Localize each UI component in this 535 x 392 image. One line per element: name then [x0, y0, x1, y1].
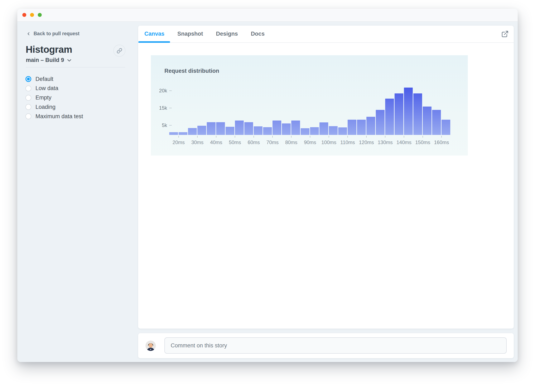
histogram-bar-15ms [169, 132, 178, 135]
tabs: CanvasSnapshotDesignsDocs [144, 26, 278, 42]
histogram-bar-105ms [338, 127, 347, 135]
histogram-bar-130ms [385, 99, 394, 135]
x-axis-tick-mark [347, 136, 348, 138]
x-axis-tick-label: 160ms [432, 140, 451, 145]
histogram-bar-100ms [329, 126, 338, 135]
build-selector[interactable]: main – Build 9 [26, 57, 72, 63]
x-axis-tick-mark [385, 136, 385, 138]
histogram-bar-30ms [197, 126, 206, 135]
y-axis-tick-label: 20k [151, 88, 167, 94]
x-axis-tick-label: 150ms [413, 140, 432, 145]
x-axis-tick-label: 110ms [338, 140, 357, 145]
tab-docs[interactable]: Docs [251, 31, 265, 37]
variant-radio-maximum-data-test[interactable]: Maximum data test [25, 113, 83, 120]
tab-canvas[interactable]: Canvas [144, 31, 164, 37]
user-avatar [145, 341, 156, 351]
histogram-bar-35ms [207, 122, 216, 135]
x-axis-tick-label: 140ms [395, 140, 413, 145]
chevron-left-icon [27, 31, 31, 36]
histogram-bar-60ms [254, 126, 262, 135]
histogram-bar-120ms [366, 117, 375, 135]
avatar-image [145, 341, 156, 351]
tab-snapshot[interactable]: Snapshot [177, 31, 203, 37]
x-axis-tick-label: 50ms [226, 140, 244, 145]
sidebar-divider [26, 67, 125, 68]
x-axis-tick-mark [272, 136, 273, 138]
radio-unselected-icon[interactable] [25, 104, 31, 110]
back-link-label: Back to pull request [33, 31, 80, 37]
variant-radio-label: Default [35, 76, 53, 82]
chevron-down-icon [66, 58, 72, 63]
y-axis-tick-label: 5k [151, 122, 167, 128]
link-icon [117, 48, 122, 54]
radio-unselected-icon[interactable] [25, 95, 31, 101]
histogram-bar-65ms [263, 127, 272, 135]
histogram-bar-155ms [432, 110, 441, 135]
histogram-bar-115ms [357, 120, 366, 135]
variant-radio-label: Maximum data test [35, 113, 83, 120]
x-axis-tick-label: 100ms [319, 140, 338, 145]
x-axis-tick-mark [291, 136, 292, 138]
x-axis-tick-mark [366, 136, 367, 138]
minimize-window-button[interactable] [30, 13, 34, 17]
x-axis-tick-label: 130ms [376, 140, 395, 145]
variant-radio-empty[interactable]: Empty [25, 95, 52, 101]
histogram-bar-145ms [413, 93, 422, 135]
histogram-chart: Request distribution 20k15k5k20ms30ms40m… [151, 55, 468, 156]
app-window: Back to pull request Histogram main – Bu… [17, 9, 518, 362]
variant-radio-label: Empty [35, 94, 52, 101]
tab-designs[interactable]: Designs [216, 31, 238, 37]
variant-radio-label: Loading [35, 104, 56, 110]
x-axis-tick-label: 70ms [263, 140, 282, 145]
comment-input[interactable] [164, 337, 507, 354]
back-to-pull-request-link[interactable]: Back to pull request [27, 31, 80, 37]
open-in-new-window-button[interactable] [501, 30, 509, 38]
story-title: Histogram [26, 44, 72, 55]
histogram-bar-45ms [226, 127, 234, 135]
histogram-bar-160ms [441, 120, 450, 135]
y-axis-tick-mark [169, 125, 172, 126]
copy-link-button[interactable] [113, 45, 125, 57]
x-axis-tick-mark [235, 136, 235, 138]
x-axis-tick-mark [329, 136, 329, 138]
histogram-bar-125ms [376, 110, 384, 135]
active-tab-underline [138, 41, 170, 43]
x-axis-tick-mark [197, 136, 198, 138]
y-axis-tick-mark [169, 90, 172, 91]
zoom-window-button[interactable] [38, 13, 42, 17]
radio-unselected-icon[interactable] [25, 113, 31, 119]
x-axis-tick-label: 120ms [357, 140, 376, 145]
x-axis-tick-label: 80ms [282, 140, 301, 145]
x-axis-tick-label: 20ms [169, 140, 188, 145]
variant-radio-loading[interactable]: Loading [25, 104, 56, 110]
tab-bar: CanvasSnapshotDesignsDocs [138, 26, 514, 43]
histogram-bar-135ms [395, 93, 403, 135]
y-axis-tick-label: 15k [151, 105, 167, 111]
x-axis-tick-mark [216, 136, 216, 138]
window-titlebar [17, 9, 518, 22]
radio-dot [27, 78, 30, 80]
variant-radio-low-data[interactable]: Low data [25, 85, 58, 92]
variant-radio-label: Low data [35, 85, 58, 92]
histogram-bar-25ms [188, 128, 197, 135]
radio-unselected-icon[interactable] [25, 85, 31, 91]
variant-radio-default[interactable]: Default [25, 76, 53, 82]
close-window-button[interactable] [22, 13, 26, 17]
histogram-bar-50ms [235, 121, 244, 135]
histogram-bar-70ms [273, 121, 281, 135]
x-axis-tick-mark [404, 136, 404, 138]
histogram-bar-55ms [244, 122, 253, 135]
histogram-bar-75ms [282, 123, 291, 135]
x-axis-tick-label: 40ms [207, 140, 226, 145]
histogram-bar-110ms [348, 120, 356, 135]
x-axis-tick-mark [422, 136, 423, 138]
radio-selected-icon[interactable] [25, 76, 31, 82]
comment-bar [138, 333, 514, 358]
chart-title: Request distribution [164, 68, 219, 74]
histogram-bar-90ms [310, 127, 319, 135]
x-axis-tick-mark [178, 136, 179, 138]
x-axis-tick-label: 60ms [244, 140, 263, 145]
external-link-icon [501, 30, 509, 38]
x-axis-tick-mark [254, 136, 254, 138]
x-axis-tick-label: 30ms [188, 140, 207, 145]
